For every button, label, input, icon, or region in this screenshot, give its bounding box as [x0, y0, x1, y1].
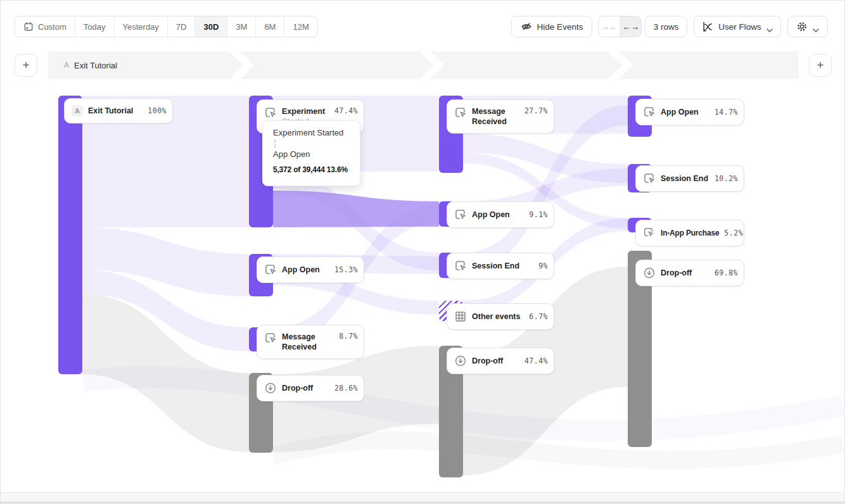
flow-link-tooltip: Experiment Started App Open 5,372 of 39,…	[262, 120, 360, 186]
drop-off-icon	[454, 355, 467, 367]
node-percent: 5.2%	[724, 229, 743, 237]
event-icon	[264, 263, 277, 276]
background-sweep	[273, 440, 843, 460]
node-label: Exit Tutorial	[88, 106, 143, 116]
event-icon	[643, 227, 656, 239]
node-label: Other events	[472, 312, 524, 322]
node-percent: 100%	[148, 106, 167, 115]
node-percent: 9.1%	[529, 210, 548, 219]
node-label: Drop-off	[282, 383, 329, 393]
node-label: In-App Purchase	[661, 228, 719, 238]
flow-node-app-open[interactable]: App Open 15.3%	[257, 256, 364, 283]
node-percent: 6.7%	[529, 312, 548, 321]
node-label: App Open	[472, 210, 524, 220]
tooltip-to-event: App Open	[273, 149, 353, 160]
node-percent: 69.8%	[715, 268, 738, 277]
node-label: Drop-off	[472, 356, 519, 366]
flow-node-in-app-purchase[interactable]: In-App Purchase 5.2%	[635, 220, 744, 246]
flow-node-exit-tutorial[interactable]: A Exit Tutorial 100%	[64, 98, 173, 123]
node-percent: 47.4%	[334, 106, 358, 115]
event-a-badge: A	[72, 105, 83, 117]
flow-node-app-open[interactable]: App Open 9.1%	[447, 201, 554, 228]
node-label: App Open	[661, 107, 709, 117]
node-percent: 47.4%	[524, 356, 548, 365]
footer-strip	[1, 492, 844, 503]
event-icon	[264, 106, 277, 119]
node-percent: 10.2%	[715, 174, 738, 183]
node-percent: 9%	[538, 261, 548, 270]
flow-ribbons	[1, 1, 845, 504]
flow-node-session-end[interactable]: Session End 10.2%	[635, 165, 744, 192]
flow-node-drop-off[interactable]: Drop-off 69.8%	[635, 260, 744, 286]
flow-node-app-open[interactable]: App Open 14.7%	[635, 99, 744, 125]
event-icon	[643, 172, 656, 185]
event-icon	[454, 260, 467, 272]
tooltip-stats: 5,372 of 39,444 13.6%	[273, 165, 353, 174]
node-label: Message Received	[282, 332, 327, 352]
grid-icon	[454, 310, 467, 323]
event-icon	[454, 208, 467, 221]
tooltip-connector	[274, 140, 276, 148]
event-icon	[264, 332, 277, 344]
flow-node-message-received[interactable]: Message Received 8.7%	[257, 325, 364, 359]
node-percent: 28.6%	[334, 384, 358, 393]
flow-node-message-received[interactable]: Message Received 27.7%	[447, 99, 554, 134]
node-label: Session End	[472, 261, 533, 271]
drop-off-icon	[643, 267, 656, 279]
node-percent: 27.7%	[524, 106, 548, 115]
node-percent: 14.7%	[715, 108, 738, 117]
event-icon	[454, 106, 467, 119]
flow-node-other-events[interactable]: Other events 6.7%	[447, 303, 554, 330]
flow-link-highlighted[interactable]	[273, 191, 439, 227]
node-label: Drop-off	[661, 268, 709, 278]
node-label: Session End	[661, 173, 709, 184]
tooltip-from-event: Experiment Started	[273, 128, 353, 138]
flow-node-session-end[interactable]: Session End 9%	[447, 253, 554, 279]
drop-off-icon	[264, 382, 277, 394]
user-flows-app: Custom Today Yesterday 7D 30D 3M 6M 12M …	[0, 0, 845, 504]
node-percent: 15.3%	[334, 265, 358, 274]
flow-node-drop-off[interactable]: Drop-off 28.6%	[257, 375, 364, 401]
event-icon	[643, 106, 656, 118]
node-percent: 8.7%	[339, 332, 358, 341]
flow-node-drop-off[interactable]: Drop-off 47.4%	[447, 348, 554, 374]
node-label: Message Received	[472, 106, 518, 127]
node-label: App Open	[282, 265, 329, 275]
flow-bar-exit-tutorial[interactable]	[58, 96, 82, 374]
